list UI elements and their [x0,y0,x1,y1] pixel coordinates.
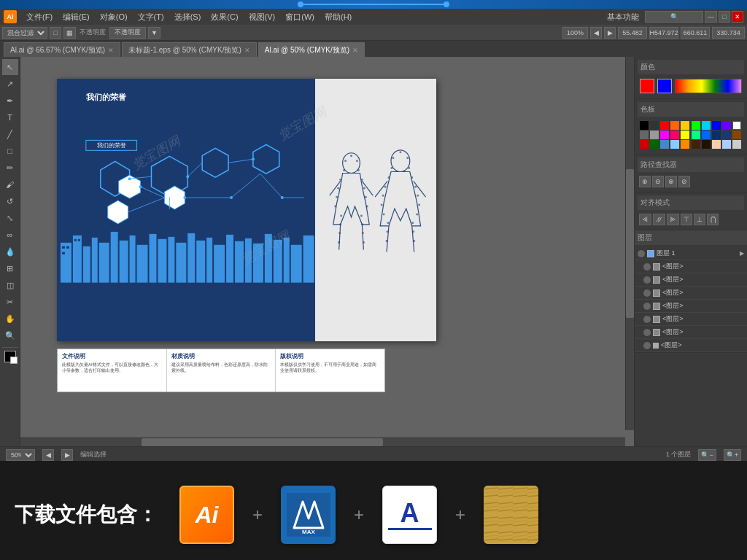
layer-visibility[interactable] [638,250,645,257]
tool-eyedrop[interactable]: 💧 [2,244,18,260]
layer-item-1[interactable]: <图层> [635,260,747,273]
tb-coord-h[interactable]: 330.734 [712,27,745,39]
tb-btn-2[interactable]: ▦ [63,27,76,39]
swatch-mint[interactable] [692,131,700,139]
zoom-display[interactable]: 100% [562,27,588,39]
swatch-light-gray[interactable] [650,131,659,139]
tab-1-close[interactable]: ✕ [108,47,114,54]
menu-view[interactable]: 视图(V) [244,10,280,24]
color-spectrum[interactable] [675,79,742,93]
blend-mode-select[interactable]: 混合过滤 [2,27,47,39]
layer-6-visibility[interactable] [643,329,651,336]
layer-3-visibility[interactable] [643,289,651,297]
tab-2[interactable]: 未标题-1.eps @ 50% (CMYK/预览) ✕ [122,42,257,57]
tool-paint[interactable]: ✏ [2,160,18,176]
status-zoom-out[interactable]: 🔍− [698,449,716,461]
search-btn[interactable]: 🔍 [645,11,703,23]
tab-3[interactable]: Al.ai @ 50% (CMYK/预览) ✕ [258,42,365,57]
swatch-gray[interactable] [640,131,649,139]
swatch-mid-blue[interactable] [660,140,669,149]
menu-help[interactable]: 帮助(H) [320,10,356,24]
tb-nav-2[interactable]: ▶ [604,27,616,39]
workspace-mode[interactable]: 基本功能 [603,10,643,24]
swatch-pale-gray[interactable] [732,140,741,149]
layer-4-visibility[interactable] [643,303,651,310]
swatch-violet[interactable] [722,121,731,130]
align-middle[interactable]: ⊥ [694,214,705,225]
tool-direct-select[interactable]: ↗ [2,76,18,92]
tb-btn-4[interactable]: ▼ [148,27,160,39]
menu-select[interactable]: 选择(S) [170,10,206,24]
align-center[interactable]: ⫻ [653,214,665,225]
align-top[interactable]: ⊤ [681,214,692,225]
swatch-blue[interactable] [712,121,721,130]
layer-expand[interactable]: ▶ [740,250,744,257]
layer-item-main[interactable]: 图层 1 ▶ [635,247,747,260]
pf-intersect[interactable]: ⊗ [665,176,677,187]
tool-zoom[interactable]: 🔍 [2,327,18,343]
status-zoom-in[interactable]: 🔍+ [724,449,741,461]
menu-edit[interactable]: 编辑(E) [58,10,94,24]
tool-select[interactable]: ↖ [2,59,18,75]
tool-rect[interactable]: □ [2,143,18,159]
swatch-green[interactable] [692,121,700,130]
color-fill[interactable] [640,79,654,93]
tab-3-close[interactable]: ✕ [352,47,358,54]
pf-minus[interactable]: ⊖ [652,176,664,187]
pf-unite[interactable]: ⊕ [639,176,651,187]
layer-item-6[interactable]: <图层> [635,326,747,339]
close-btn[interactable]: ✕ [732,11,743,23]
menu-effect[interactable]: 效果(C) [206,10,242,24]
maximize-btn[interactable]: □ [719,11,730,23]
swatch-dark-red[interactable] [640,140,649,149]
color-stroke[interactable] [657,79,672,93]
swatch-bright-yellow[interactable] [681,131,689,139]
layer-1-visibility[interactable] [643,263,651,271]
swatch-black[interactable] [640,121,649,130]
tool-blend[interactable]: ∞ [2,227,18,243]
swatch-pink[interactable] [670,131,679,139]
vertical-scrollbar[interactable] [625,57,634,430]
swatch-very-dark[interactable] [702,140,711,149]
tool-line[interactable]: ╱ [2,126,18,142]
menu-window[interactable]: 窗口(W) [281,10,319,24]
layer-item-2[interactable]: <图层> [635,273,747,287]
tb-btn-3[interactable]: 不透明度 [109,27,146,39]
tab-2-close[interactable]: ✕ [244,47,250,54]
align-left[interactable]: ⫷ [639,214,651,225]
menu-text[interactable]: 文字(T) [133,10,169,24]
layer-item-4[interactable]: <图层> [635,300,747,313]
minimize-btn[interactable]: — [705,11,717,23]
tab-1[interactable]: Al.ai @ 66.67% (CMYK/预览) ✕ [4,42,120,57]
layer-7-visibility[interactable] [643,342,651,349]
align-bottom[interactable]: ⋂ [707,214,719,225]
tool-rotate[interactable]: ↺ [2,193,18,209]
canvas-area[interactable]: 觉宝图网 觉宝图网 觉宝图网 我们的荣誉 我们的荣誉 [20,57,634,446]
tb-coord-w[interactable]: 660.611 [681,27,710,39]
swatch-yellow[interactable] [681,121,689,130]
tool-scale[interactable]: ⤡ [2,210,18,226]
layer-5-visibility[interactable] [643,316,651,323]
menu-object[interactable]: 对象(O) [96,10,132,24]
swatch-pale-blue[interactable] [722,140,731,149]
tb-btn-1[interactable]: □ [50,27,61,39]
layer-2-visibility[interactable] [643,276,651,284]
swatch-orange[interactable] [670,121,679,130]
swatch-magenta[interactable] [660,131,669,139]
tool-mesh[interactable]: ⊞ [2,260,18,276]
fill-color[interactable] [4,351,16,362]
tool-pen[interactable]: ✒ [2,93,18,109]
status-nav-fwd[interactable]: ▶ [61,449,73,461]
tool-gradient[interactable]: ◫ [2,277,18,293]
swatch-navy[interactable] [712,131,721,139]
swatch-dark-blue[interactable] [722,131,731,139]
tool-hand[interactable]: ✋ [2,311,18,327]
swatch-cyan[interactable] [702,121,711,130]
menu-file[interactable]: 文件(F) [22,10,57,24]
layer-item-7[interactable]: <图层> [635,339,747,352]
status-nav-back[interactable]: ◀ [42,449,54,461]
tool-brush[interactable]: 🖌 [2,176,18,192]
tool-scissors[interactable]: ✂ [2,294,18,310]
pf-exclude[interactable]: ⊘ [678,176,690,187]
horizontal-scrollbar[interactable] [20,438,625,446]
